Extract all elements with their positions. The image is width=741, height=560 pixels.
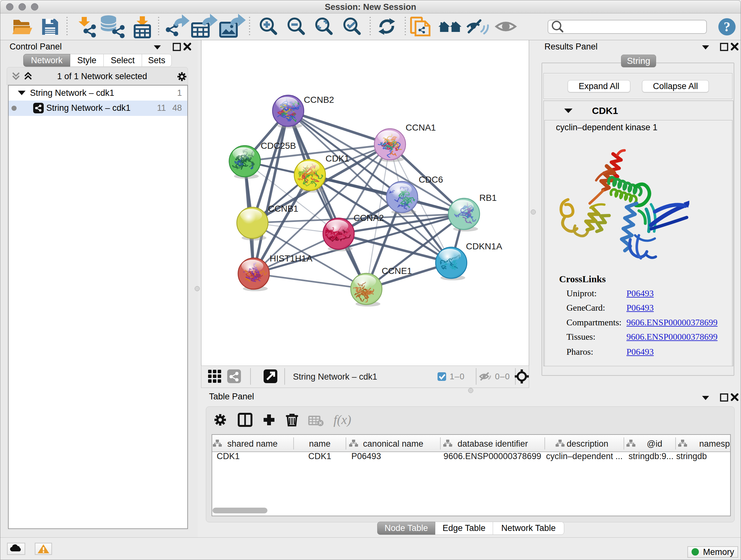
svg-text:@id: @id	[647, 439, 662, 449]
svg-text:CDC25B: CDC25B	[261, 141, 296, 151]
svg-text:CDC6: CDC6	[419, 175, 443, 185]
svg-text:CDKN1A: CDKN1A	[466, 241, 502, 251]
svg-text:name: name	[309, 439, 331, 449]
svg-text:9606.ENSP00000378699: 9606.ENSP00000378699	[444, 451, 541, 461]
svg-text:database identifier: database identifier	[458, 439, 528, 449]
svg-text:CCNA1: CCNA1	[406, 123, 436, 132]
svg-text:description: description	[567, 439, 609, 449]
svg-text:CDK1: CDK1	[326, 153, 349, 164]
svg-text:1 – 0: 1 – 0	[450, 372, 464, 381]
svg-text:CCNE1: CCNE1	[382, 266, 412, 276]
svg-text:stringdb:9...: stringdb:9...	[628, 451, 673, 461]
svg-text:String Network – cdk1: String Network – cdk1	[293, 372, 377, 381]
svg-text:CCNA2: CCNA2	[354, 213, 384, 223]
svg-text:CCNB1: CCNB1	[268, 204, 298, 213]
svg-text:CCNB2: CCNB2	[304, 95, 334, 105]
svg-text:shared name: shared name	[227, 439, 278, 449]
svg-text:?: ?	[724, 19, 731, 34]
svg-text:HIST1H1A: HIST1H1A	[270, 253, 313, 263]
svg-text:P06493: P06493	[351, 451, 381, 461]
svg-text:f(x): f(x)	[333, 413, 351, 427]
svg-text:CDK1: CDK1	[308, 451, 331, 461]
svg-text:0 – 0: 0 – 0	[495, 372, 510, 381]
svg-text:canonical name: canonical name	[363, 439, 423, 449]
svg-text:namespac: namespac	[699, 439, 730, 449]
svg-text:RB1: RB1	[479, 193, 496, 203]
svg-text:cyclin–dependent ...: cyclin–dependent ...	[546, 451, 623, 461]
svg-text:stringdb: stringdb	[676, 451, 707, 461]
svg-text:CDK1: CDK1	[217, 451, 240, 461]
